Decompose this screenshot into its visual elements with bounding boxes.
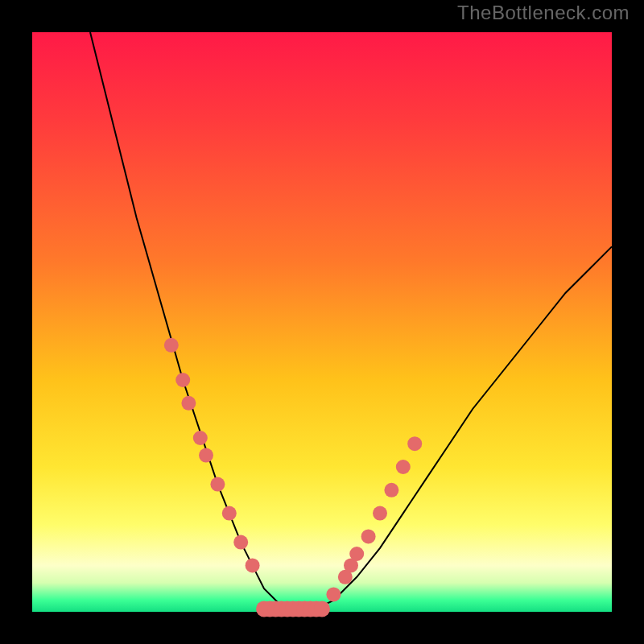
- chart-overlay: [32, 32, 612, 612]
- bottom-cluster: [256, 601, 330, 617]
- data-dot: [181, 396, 196, 411]
- data-dot: [164, 338, 179, 353]
- watermark-text: TheBottleneck.com: [457, 2, 630, 24]
- data-dot: [407, 436, 422, 451]
- data-dot: [193, 431, 208, 445]
- data-dot: [326, 587, 341, 601]
- data-dot: [396, 460, 411, 474]
- data-dot: [373, 506, 387, 521]
- data-dot: [349, 547, 364, 561]
- left-branch-dots: [164, 338, 260, 573]
- bottom-cluster-dot: [314, 601, 330, 617]
- data-dot: [246, 558, 260, 572]
- data-dot: [210, 477, 225, 492]
- data-dot: [222, 506, 237, 521]
- plot-area: [32, 32, 612, 612]
- bottleneck-curve: [90, 32, 612, 612]
- chart-frame: TheBottleneck.com: [0, 0, 644, 644]
- data-dot: [199, 448, 213, 463]
- right-branch-dots: [326, 436, 422, 601]
- data-dot: [233, 535, 248, 550]
- data-dot: [361, 529, 376, 543]
- data-dot: [384, 483, 398, 497]
- data-dot: [175, 373, 190, 387]
